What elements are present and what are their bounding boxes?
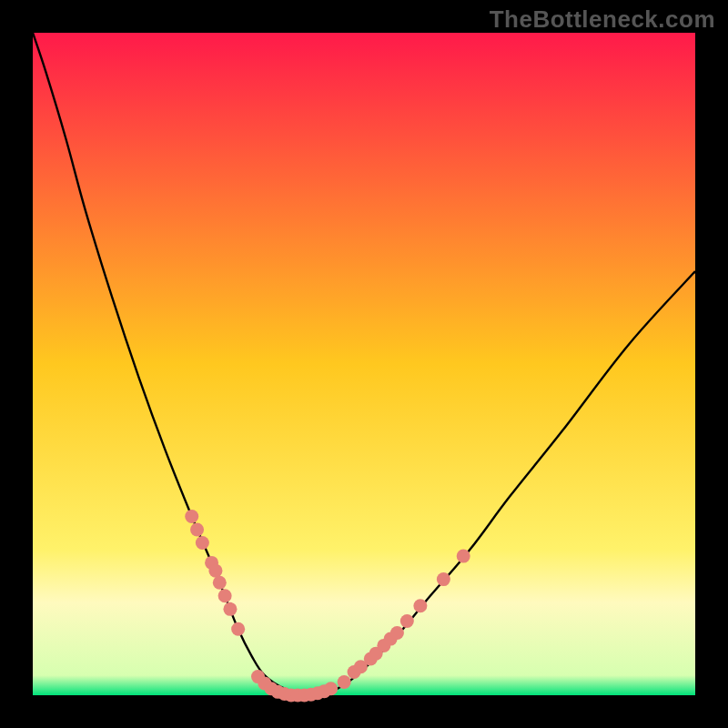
data-marker (457, 550, 470, 563)
data-marker (185, 510, 198, 523)
data-marker (231, 622, 245, 636)
plot-background (33, 33, 695, 695)
data-marker (437, 572, 450, 586)
data-marker (208, 564, 222, 578)
data-marker (196, 536, 209, 550)
bottleneck-chart (0, 0, 728, 728)
data-marker (400, 614, 414, 628)
chart-stage: TheBottleneck.com (0, 0, 728, 728)
data-marker (338, 675, 351, 689)
data-marker (190, 523, 204, 537)
attribution-text: TheBottleneck.com (490, 5, 715, 34)
data-marker (218, 589, 232, 602)
data-marker (324, 682, 338, 695)
data-marker (213, 576, 227, 590)
data-marker (223, 602, 237, 616)
data-marker (413, 599, 427, 612)
data-marker (390, 626, 404, 640)
